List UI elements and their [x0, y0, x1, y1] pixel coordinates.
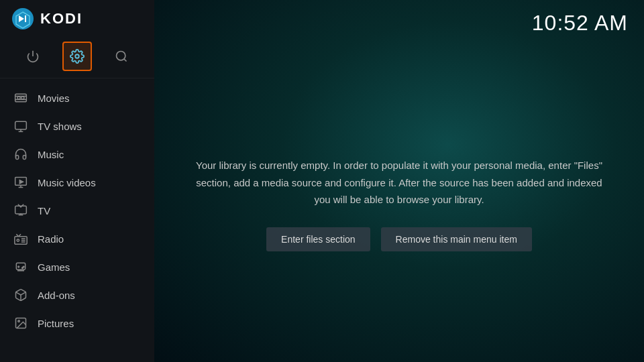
radio-icon: [13, 231, 28, 246]
tv-icon: [13, 203, 28, 218]
nav-item-music-videos[interactable]: Music videos: [0, 168, 154, 196]
games-label: Games: [38, 261, 70, 273]
svg-rect-11: [15, 121, 27, 129]
kodi-logo-icon: [11, 7, 35, 31]
sidebar: KODI: [0, 0, 154, 362]
search-button[interactable]: [107, 42, 136, 71]
music-videos-label: Music videos: [38, 177, 96, 188]
radio-label: Radio: [38, 233, 64, 245]
svg-point-7: [17, 97, 20, 99]
music-videos-icon: [13, 175, 28, 190]
tv-shows-icon: [13, 119, 28, 133]
svg-point-3: [75, 54, 79, 58]
movies-icon: [13, 90, 28, 105]
enter-files-button[interactable]: Enter files section: [266, 227, 370, 251]
nav-item-tv[interactable]: TV: [0, 196, 154, 225]
tv-label: TV: [38, 205, 50, 217]
svg-point-27: [22, 267, 23, 269]
app-title: KODI: [40, 10, 83, 27]
action-buttons-row: Enter files section Remove this main men…: [266, 227, 532, 251]
games-icon: [13, 259, 28, 274]
svg-rect-6: [15, 94, 27, 102]
remove-menu-item-button[interactable]: Remove this main menu item: [381, 227, 532, 251]
add-ons-label: Add-ons: [38, 290, 75, 301]
power-button[interactable]: [18, 42, 48, 71]
pictures-icon: [13, 316, 28, 330]
svg-line-5: [124, 59, 127, 62]
pictures-label: Pictures: [38, 318, 74, 329]
svg-point-20: [17, 239, 19, 241]
settings-button[interactable]: [62, 42, 92, 71]
topbar: 10:52 AM: [154, 0, 644, 46]
music-icon: [13, 147, 28, 162]
nav-item-tv-shows[interactable]: TV shows: [0, 112, 154, 140]
clock-display: 10:52 AM: [532, 11, 628, 36]
nav-item-music[interactable]: Music: [0, 140, 154, 168]
svg-point-8: [21, 97, 24, 99]
library-empty-message: Your library is currently empty. In orde…: [195, 157, 604, 208]
sidebar-header: KODI: [0, 0, 154, 38]
nav-item-pictures[interactable]: Pictures: [0, 309, 154, 337]
music-label: Music: [38, 149, 64, 160]
svg-marker-1: [16, 12, 30, 28]
add-ons-icon: [13, 288, 28, 302]
main-nav: Movies TV shows Music: [0, 78, 154, 362]
svg-point-30: [18, 320, 19, 322]
tv-shows-label: TV shows: [38, 121, 82, 132]
nav-item-radio[interactable]: Radio: [0, 225, 154, 253]
main-content: 10:52 AM Your library is currently empty…: [154, 0, 644, 362]
sidebar-icon-row: [0, 38, 154, 78]
movies-label: Movies: [38, 93, 70, 104]
svg-point-4: [117, 52, 125, 60]
svg-marker-15: [19, 180, 23, 184]
nav-item-movies[interactable]: Movies: [0, 84, 154, 112]
nav-item-games[interactable]: Games: [0, 253, 154, 281]
nav-item-add-ons[interactable]: Add-ons: [0, 281, 154, 309]
center-panel: Your library is currently empty. In orde…: [154, 46, 644, 362]
